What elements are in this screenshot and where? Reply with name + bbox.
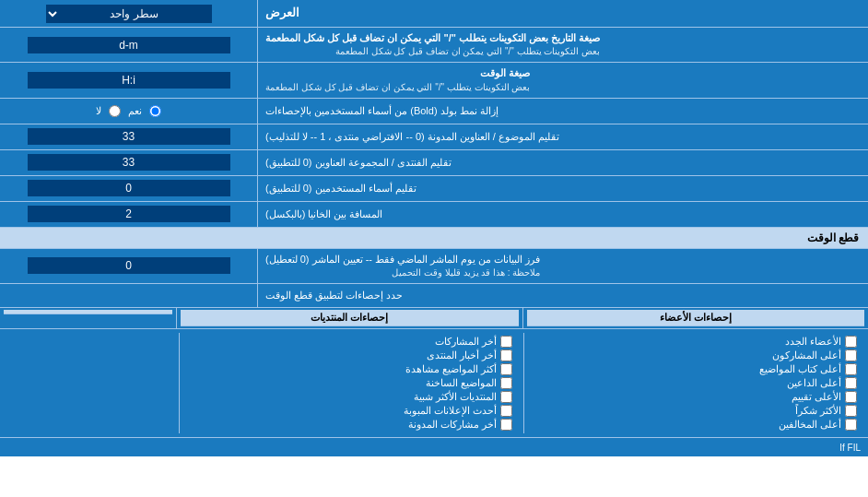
cb-latest-posts[interactable] [500,336,512,348]
realtime-section-header: قطع الوقت [0,228,868,249]
cb-similar-forums-label: المنتديات الأكثر شبية [414,391,497,403]
cb-blog-posts-label: أخر مشاركات المدونة [408,419,497,431]
col1-checkboxes: الأعضاء الجدد أعلى المشاركون أعلى كتاب ا… [523,333,868,433]
column-spacing-input[interactable] [28,206,230,222]
col3-header [4,310,172,314]
cb-forum-news[interactable] [500,349,512,361]
cb-top-warned[interactable] [845,419,857,431]
username-trim-label: تقليم أسماء المستخدمين (0 للتطبيق) [258,176,868,201]
bold-yes-radio[interactable] [149,105,161,117]
display-mode-select[interactable]: سطر واحد سطرين ثلاثة أسطر [46,5,212,23]
realtime-value-input[interactable] [28,257,230,274]
date-format-input[interactable]: d-m [28,37,230,53]
col2-checkboxes: أخر المشاركات أخر أخبار المنتدى أكثر الم… [179,333,523,433]
cb-forum-news-label: أخر أخبار المنتدى [427,349,497,361]
col2-header: إحصاءات المنتديات [181,310,518,326]
cb-blog-posts[interactable] [500,419,512,431]
cb-hot-topics[interactable] [500,377,512,389]
limit-label: حدد إحصاءات لتطبيق قطع الوقت [258,284,868,307]
ifil-note: If FIL [839,443,861,453]
topic-order-label: تقليم الموضوع / العناوين المدونة (0 -- ا… [258,124,868,149]
time-format-label: صيغة الوقت بعض التكوينات يتطلب "/" التي … [258,63,868,97]
topic-order-input[interactable] [28,128,230,145]
forum-order-label: تقليم الفنتدى / المجموعة العناوين (0 للت… [258,150,868,175]
cb-top-referrers-label: أعلى الداعين [787,377,841,389]
cb-top-rated-label: الأعلى تقييم [792,391,841,403]
cb-most-thanked-label: الأكثر شكراً [795,405,841,417]
date-format-label: صيغة التاريخ بعض التكوينات يتطلب "/" الت… [258,28,868,62]
cb-latest-classifieds-label: أحدث الإعلانات المبوبة [404,405,497,417]
cb-top-posters-label: أعلى المشاركون [772,349,841,361]
cb-most-viewed[interactable] [500,363,512,375]
cb-top-posters[interactable] [845,349,857,361]
cb-top-warned-label: أعلى المخالفين [779,419,841,431]
cb-top-topic-writers[interactable] [845,363,857,375]
username-trim-input[interactable] [28,180,230,196]
cb-top-rated[interactable] [845,391,857,403]
cb-latest-posts-label: أخر المشاركات [435,336,497,348]
cb-similar-forums[interactable] [500,391,512,403]
cb-top-topic-writers-label: أعلى كتاب المواضيع [759,363,841,375]
cb-top-referrers[interactable] [845,377,857,389]
col1-header: إحصاءات الأعضاء [527,310,864,326]
time-format-input[interactable]: H:i [28,72,230,89]
forum-order-input[interactable] [28,154,230,171]
page-title: العرض [258,0,868,27]
cb-most-viewed-label: أكثر المواضيع مشاهدة [405,363,497,375]
realtime-label: فرز البيانات من يوم الماشر الماضي فقط --… [258,249,868,283]
cb-most-thanked[interactable] [845,405,857,417]
column-spacing-label: المسافة بين الخانيا (بالبكسل) [258,202,868,227]
cb-new-members[interactable] [845,336,857,348]
cb-latest-classifieds[interactable] [500,405,512,417]
cb-hot-topics-label: المواضيع الساخنة [426,377,497,389]
bold-no-radio[interactable] [109,105,121,117]
bold-remove-label: إزالة نمط بولد (Bold) من أسماء المستخدمي… [258,99,868,124]
cb-new-members-label: الأعضاء الجدد [785,336,841,348]
col3-checkboxes [0,333,179,433]
